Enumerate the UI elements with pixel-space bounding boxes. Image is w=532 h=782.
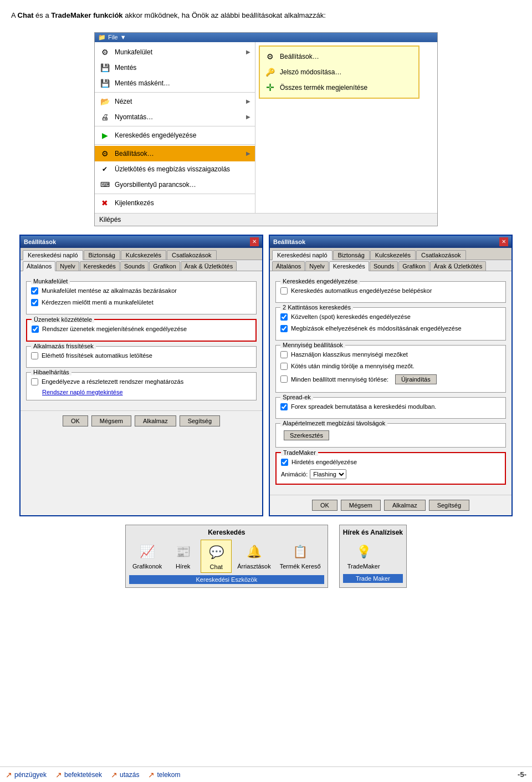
section-uzenetek-title: Üzenetek közzététele xyxy=(32,316,94,323)
rsubtab-sounds[interactable]: Sounds xyxy=(370,261,398,271)
subtab-altalanos[interactable]: Általános xyxy=(23,261,55,271)
btn-mégsem-right[interactable]: Mégsem xyxy=(341,500,381,511)
checkbox-rendszer-uzenet-label: Rendszer üzenetek megjelenítésének enged… xyxy=(42,326,187,332)
menu-label: Üzletkötés és megbízás visszaigazolás xyxy=(115,165,250,173)
munkafelulet-icon: ⚙ xyxy=(99,47,110,58)
tab-kulcskezeles[interactable]: Kulcskezelés xyxy=(121,250,166,260)
rsubtab-altalanos[interactable]: Általános xyxy=(272,261,305,271)
menu-item-gyorsbillentyu[interactable]: ⌨ Gyorsbillentyű parancsok… xyxy=(95,177,255,192)
tab-biztonság[interactable]: Biztonság xyxy=(84,250,120,260)
rsubtab-nyelv[interactable]: Nyelv xyxy=(305,261,329,271)
animation-select[interactable]: Flashing None xyxy=(310,469,346,479)
grafikonok-label: Grafikonok xyxy=(132,563,162,570)
btn-segítség-left[interactable]: Segítség xyxy=(180,415,220,426)
right-menu-beallitasok[interactable]: ⚙ Beállítások… xyxy=(260,49,418,64)
toolbar-item-termek-kereso[interactable]: 📋 Termék Kereső xyxy=(277,540,324,573)
toolbar-item-chat[interactable]: 💬 Chat xyxy=(201,540,232,573)
file-menu-screenshot: 📁 File ▼ ⚙ Munkafelület ▶ 💾 Mentés 💾 Men… xyxy=(94,32,438,226)
toolbar-bar-trademaker: Trade Maker xyxy=(343,574,403,583)
checkbox-klasszikus-input[interactable] xyxy=(280,351,288,358)
toolbar-items-group1: 📈 Grafikonok 📰 Hírek 💬 Chat 🔔 Árriasztás… xyxy=(129,540,324,573)
rsubtab-grafikon[interactable]: Grafikon xyxy=(398,261,429,271)
link-penzugyek[interactable]: ↗ pénzügyek xyxy=(6,770,47,779)
menu-item-mentes-maskent[interactable]: 💾 Mentés másként… xyxy=(95,75,255,91)
toolbar-item-grafikonok[interactable]: 📈 Grafikonok xyxy=(129,540,165,573)
checkbox-spot: Közvelten (spot) kereskedés engedélyezés… xyxy=(280,312,501,322)
right-menu-jelszo[interactable]: 🔑 Jelszó módosítása… xyxy=(260,64,418,80)
checkbox-hirdetés-input[interactable] xyxy=(281,459,288,466)
menu-item-nezet[interactable]: 📂 Nézet ▶ xyxy=(95,94,255,109)
beallitasok-icon: ⚙ xyxy=(99,148,110,159)
rtab-biztonság[interactable]: Biztonság xyxy=(333,250,370,260)
rtab-kereskedesi-naplo[interactable]: Kereskedési napló xyxy=(272,250,332,260)
arrow-befektetes: ↗ xyxy=(55,770,62,779)
section-frissitesek-title: Alkalmazás frissítések xyxy=(31,343,96,349)
btn-ok-left[interactable]: OK xyxy=(63,415,88,426)
uzletkotes-icon: ✔ xyxy=(99,164,110,175)
dialog-left-close[interactable]: ✕ xyxy=(250,237,259,246)
rtab-csatlakozasok[interactable]: Csatlakozások xyxy=(416,250,466,260)
checkbox-auto-eng-label: Kereskedés automatikus engedélyezése bel… xyxy=(291,287,432,294)
btn-ujrainditás[interactable]: Újraindítás xyxy=(395,374,437,384)
section-munkafelulet: Munkafelület Munkafelület mentése az alk… xyxy=(26,281,257,314)
section-uzenetek: Üzenetek közzététele Rendszer üzenetek m… xyxy=(26,319,257,342)
dialog-left-buttons: OK Mégsem Alkalmaz Segítség xyxy=(21,410,262,431)
subtab-sounds[interactable]: Sounds xyxy=(120,261,149,271)
menu-item-nyomtatas[interactable]: 🖨 Nyomtatás… ▶ xyxy=(95,109,255,125)
menu-item-kijelentkezes[interactable]: ✖ Kijelentkezés xyxy=(95,195,255,211)
menu-item-kereskedés[interactable]: ▶ Kereskedés engedélyezése xyxy=(95,128,255,143)
checkbox-rendszer-uzenet: Rendszer üzenetek megjelenítésének enged… xyxy=(32,324,251,334)
gear-icon: ⚙ xyxy=(264,51,275,62)
link-befektetes[interactable]: ↗ befektetések xyxy=(55,770,102,779)
right-menu-termek[interactable]: ✛ Összes termék megjelenítése xyxy=(260,80,418,95)
subtab-nyelv[interactable]: Nyelv xyxy=(56,261,79,271)
toolbar-item-trademaker[interactable]: 💡 TradeMaker xyxy=(343,540,385,572)
chat-icon: 💬 xyxy=(206,542,226,562)
checkbox-torles-input[interactable] xyxy=(280,363,288,370)
btn-ok-right[interactable]: OK xyxy=(312,500,337,511)
checkbox-ask-before-save-input[interactable] xyxy=(31,299,38,306)
rsubtab-kereskedés[interactable]: Kereskedés xyxy=(329,261,369,271)
checkbox-auto-save-input[interactable] xyxy=(31,287,38,294)
rtab-kulcskezeles[interactable]: Kulcskezelés xyxy=(370,250,416,260)
menu-item-uzletkotes[interactable]: ✔ Üzletkötés és megbízás visszaigazolás xyxy=(95,161,255,177)
subtab-grafikon[interactable]: Grafikon xyxy=(149,261,180,271)
checkbox-auto-eng-input[interactable] xyxy=(280,287,288,294)
checkbox-forex-spread-input[interactable] xyxy=(280,403,288,410)
label-befektetes: befektetések xyxy=(64,771,102,779)
btn-segítség-right[interactable]: Segítség xyxy=(429,500,469,511)
btn-szerkesztés[interactable]: Szerkesztés xyxy=(284,430,329,440)
btn-alkalmaz-left[interactable]: Alkalmaz xyxy=(135,415,176,426)
toolbar-item-arriasztasok[interactable]: 🔔 Árriasztások xyxy=(234,540,274,573)
nyomtatas-icon: 🖨 xyxy=(99,111,110,123)
bold-chat: Chat xyxy=(18,11,34,19)
animation-row: Animáció: Flashing None xyxy=(281,469,500,479)
checkbox-spot-input[interactable] xyxy=(280,313,288,321)
key-icon: 🔑 xyxy=(264,67,275,78)
tab-csatlakozasok[interactable]: Csatlakozások xyxy=(167,250,217,260)
menu-label: Mentés másként… xyxy=(115,79,250,87)
menu-item-munkafelulet[interactable]: ⚙ Munkafelület ▶ xyxy=(95,44,255,60)
naplo-link[interactable]: Rendszer napló megtekintése xyxy=(42,389,123,395)
link-utazas[interactable]: ↗ utazás xyxy=(111,770,139,779)
menu-item-beallitasok[interactable]: ⚙ Beállítások… ▶ xyxy=(95,146,255,161)
rsubtab-arak[interactable]: Árak & Üzletkötés xyxy=(430,261,486,271)
toolbar-item-hirek[interactable]: 📰 Hírek xyxy=(167,540,198,573)
checkbox-reszletezett-input[interactable] xyxy=(31,378,38,385)
subtab-kereskedés[interactable]: Kereskedés xyxy=(80,261,120,271)
checkbox-frissites-input[interactable] xyxy=(31,352,38,359)
separator xyxy=(95,144,255,145)
toolbar-section: Kereskedés 📈 Grafikonok 📰 Hírek 💬 Chat 🔔… xyxy=(78,525,454,588)
link-telekom[interactable]: ↗ telekom xyxy=(148,770,180,779)
menu-item-mentes[interactable]: 💾 Mentés xyxy=(95,60,255,75)
checkbox-frissites: Elérhető frissítések automatikus letölté… xyxy=(31,351,252,360)
checkbox-rendszer-uzenet-input[interactable] xyxy=(32,326,39,333)
dialog-right-close[interactable]: ✕ xyxy=(499,237,508,246)
subtab-arak[interactable]: Árak & Üzletkötés xyxy=(181,261,237,271)
btn-alkalmaz-right[interactable]: Alkalmaz xyxy=(384,500,426,511)
tab-kereskedesi-naplo[interactable]: Kereskedési napló xyxy=(23,250,83,260)
arrow-icon: ▶ xyxy=(246,49,250,55)
checkbox-megbiz-input[interactable] xyxy=(280,325,288,332)
btn-mégsem-left[interactable]: Mégsem xyxy=(91,415,131,426)
checkbox-minden-torles-input[interactable] xyxy=(280,375,288,383)
